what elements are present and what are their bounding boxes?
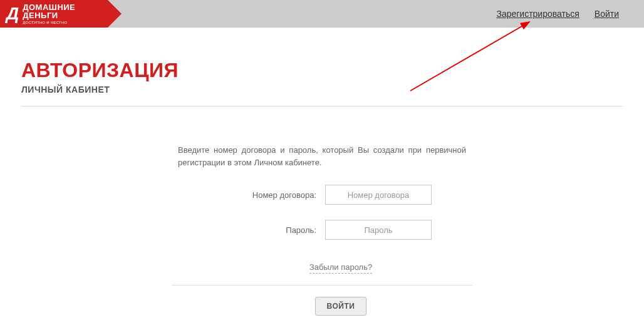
logo[interactable]: Д ДОМАШНИЕ ДЕНЬГИ ДОСТУПНО И ЧЕСТНО xyxy=(0,0,108,28)
contract-label: Номер договора: xyxy=(212,190,325,200)
submit-wrap: ВОЙТИ xyxy=(172,297,472,316)
contract-input[interactable] xyxy=(325,185,432,205)
divider-bottom xyxy=(172,285,472,286)
form-instructions: Введите номер договора и пароль, который… xyxy=(172,144,472,168)
password-row: Пароль: xyxy=(172,220,472,240)
contract-row: Номер договора: xyxy=(172,185,472,205)
logo-tagline: ДОСТУПНО И ЧЕСТНО xyxy=(23,21,75,24)
submit-button[interactable]: ВОЙТИ xyxy=(315,297,367,316)
forgot-row: Забыли пароль? xyxy=(172,261,472,272)
login-link[interactable]: Войти xyxy=(595,9,619,19)
top-links: Зарегистрироваться Войти xyxy=(496,9,619,19)
logo-text: ДОМАШНИЕ ДЕНЬГИ ДОСТУПНО И ЧЕСТНО xyxy=(23,3,75,24)
divider-top xyxy=(21,106,623,106)
login-form: Введите номер договора и пароль, который… xyxy=(172,144,472,316)
logo-icon: Д xyxy=(6,4,19,24)
password-label: Пароль: xyxy=(212,225,325,235)
register-link[interactable]: Зарегистрироваться xyxy=(496,9,579,19)
logo-line2: ДЕНЬГИ xyxy=(23,11,75,19)
password-input[interactable] xyxy=(325,220,432,240)
topbar: Д ДОМАШНИЕ ДЕНЬГИ ДОСТУПНО И ЧЕСТНО Заре… xyxy=(0,0,644,28)
content-area: АВТОРИЗАЦИЯ ЛИЧНЫЙ КАБИНЕТ Введите номер… xyxy=(0,28,644,316)
page-subtitle: ЛИЧНЫЙ КАБИНЕТ xyxy=(21,85,623,95)
page-title: АВТОРИЗАЦИЯ xyxy=(21,59,623,82)
forgot-password-link[interactable]: Забыли пароль? xyxy=(309,262,372,274)
